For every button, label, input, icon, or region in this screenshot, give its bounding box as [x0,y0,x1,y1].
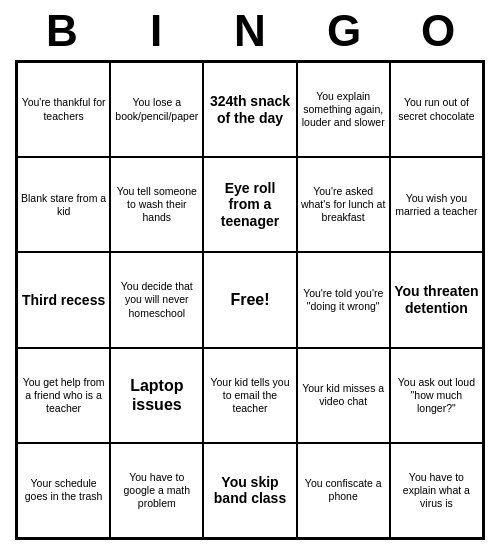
letter-b: B [19,6,105,56]
bingo-cell[interactable]: You decide that you will never homeschoo… [110,252,203,347]
bingo-cell[interactable]: Third recess [17,252,110,347]
bingo-cell[interactable]: Your kid misses a video chat [297,348,390,443]
bingo-cell[interactable]: You get help from a friend who is a teac… [17,348,110,443]
bingo-cell[interactable]: You threaten detention [390,252,483,347]
bingo-cell[interactable]: Blank stare from a kid [17,157,110,252]
letter-i: I [113,6,199,56]
letter-n: N [207,6,293,56]
bingo-cell[interactable]: You lose a book/pencil/paper [110,62,203,157]
bingo-header: B I N G O [15,0,485,60]
bingo-cell[interactable]: Free! [203,252,296,347]
bingo-cell[interactable]: You have to google a math problem [110,443,203,538]
bingo-cell[interactable]: You confiscate a phone [297,443,390,538]
bingo-cell[interactable]: You're thankful for teachers [17,62,110,157]
bingo-cell[interactable]: You run out of secret chocolate [390,62,483,157]
bingo-cell[interactable]: You ask out loud "how much longer?" [390,348,483,443]
bingo-cell[interactable]: Your kid tells you to email the teacher [203,348,296,443]
bingo-cell[interactable]: Your schedule goes in the trash [17,443,110,538]
bingo-cell[interactable]: You wish you married a teacher [390,157,483,252]
bingo-cell[interactable]: Laptop issues [110,348,203,443]
bingo-grid: You're thankful for teachersYou lose a b… [15,60,485,540]
bingo-cell[interactable]: 324th snack of the day [203,62,296,157]
bingo-cell[interactable]: You tell someone to wash their hands [110,157,203,252]
bingo-cell[interactable]: You skip band class [203,443,296,538]
letter-g: G [301,6,387,56]
bingo-cell[interactable]: You're asked what's for lunch at breakfa… [297,157,390,252]
bingo-cell[interactable]: You're told you're "doing it wrong" [297,252,390,347]
letter-o: O [395,6,481,56]
bingo-cell[interactable]: Eye roll from a teenager [203,157,296,252]
bingo-cell[interactable]: You have to explain what a virus is [390,443,483,538]
bingo-cell[interactable]: You explain something again, louder and … [297,62,390,157]
